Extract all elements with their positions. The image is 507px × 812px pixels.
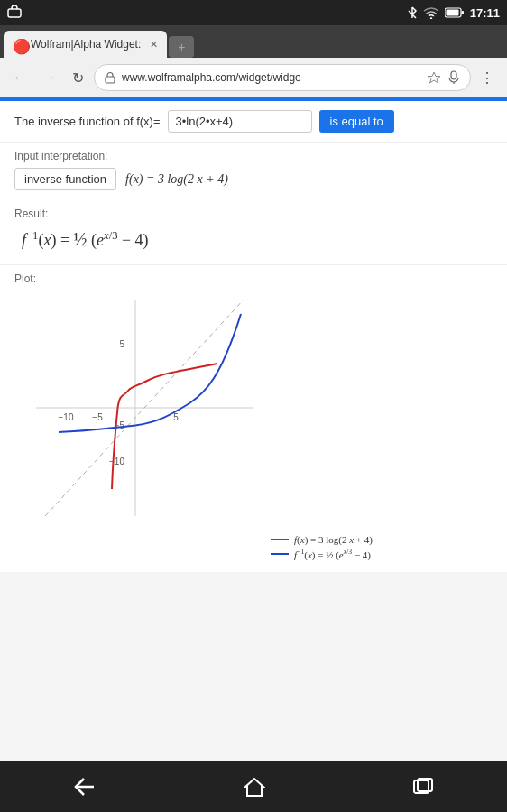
- status-bar: 17:11: [0, 0, 507, 25]
- function-input[interactable]: [168, 110, 312, 133]
- bottom-nav: [0, 761, 507, 812]
- legend-label-finv: f−1(x) = ½ (ex/3 − 4): [294, 548, 371, 560]
- tab-close-button[interactable]: ✕: [150, 39, 158, 51]
- svg-rect-7: [451, 71, 456, 79]
- result-label: Result:: [14, 208, 493, 220]
- back-nav-icon: [73, 777, 97, 797]
- svg-text:5: 5: [173, 412, 179, 422]
- wifi-icon: [423, 6, 439, 19]
- svg-text:−10: −10: [109, 457, 124, 466]
- tab-favicon: 🔴: [13, 38, 25, 51]
- nav-bar: ← → ↻ www.wolframalpha.com/widget/widge …: [0, 58, 507, 97]
- refresh-button[interactable]: ↻: [65, 65, 90, 90]
- result-section: Result: f−1(x) = ½ (ex/3 − 4): [0, 198, 507, 265]
- tab-bar: 🔴 Wolfram|Alpha Widget: ✕ +: [0, 25, 507, 58]
- input-label: The inverse function of f(x)=: [14, 115, 161, 128]
- plot-label: Plot:: [0, 272, 507, 291]
- svg-text:−10: −10: [59, 412, 74, 422]
- interpretation-formula: f(x) = 3 log(2 x + 4): [125, 172, 228, 187]
- input-section: The inverse function of f(x)= is equal t…: [0, 101, 507, 143]
- status-bar-right: 17:11: [407, 5, 500, 20]
- plot-section: Plot: −10 −5 5 5 −5 −10: [0, 265, 507, 572]
- clock: 17:11: [470, 6, 500, 20]
- status-bar-left: [7, 5, 22, 20]
- interpretation-section: Input interpretation: inverse function f…: [0, 143, 507, 198]
- recents-nav-icon: [412, 777, 434, 797]
- svg-marker-6: [428, 72, 440, 83]
- page-content: The inverse function of f(x)= is equal t…: [0, 101, 507, 572]
- plot-svg: −10 −5 5 5 −5 −10: [18, 291, 271, 525]
- menu-button[interactable]: ⋮: [475, 65, 500, 90]
- bluetooth-icon: [407, 5, 418, 20]
- legend-line-blue: [271, 553, 289, 555]
- svg-rect-3: [446, 10, 458, 16]
- back-button[interactable]: ←: [7, 65, 32, 90]
- tab-title: Wolfram|Alpha Widget:: [31, 38, 141, 51]
- interpretation-row: inverse function f(x) = 3 log(2 x + 4): [14, 168, 493, 190]
- legend-label-fx: f(x) = 3 log(2 x + 4): [294, 534, 373, 545]
- svg-rect-4: [461, 11, 464, 14]
- star-icon[interactable]: [427, 70, 441, 85]
- back-nav-button[interactable]: [73, 777, 97, 797]
- battery-icon: [445, 7, 465, 18]
- svg-marker-19: [245, 779, 263, 796]
- is-equal-button[interactable]: is equal to: [319, 110, 394, 133]
- svg-rect-0: [8, 9, 21, 17]
- result-formula: f−1(x) = ½ (ex/3 − 4): [14, 229, 493, 250]
- svg-point-1: [430, 17, 432, 19]
- home-nav-button[interactable]: [244, 777, 265, 797]
- plot-legend: f(x) = 3 log(2 x + 4) f−1(x) = ½ (ex/3 −…: [0, 525, 507, 572]
- interpretation-label: Input interpretation:: [14, 150, 493, 162]
- legend-item-finv: f−1(x) = ½ (ex/3 − 4): [271, 548, 489, 560]
- recents-nav-button[interactable]: [412, 777, 434, 797]
- legend-line-red: [271, 539, 289, 540]
- legend-item-fx: f(x) = 3 log(2 x + 4): [271, 534, 489, 545]
- svg-rect-5: [106, 77, 115, 83]
- svg-text:5: 5: [119, 339, 124, 349]
- svg-text:−5: −5: [92, 412, 103, 422]
- home-nav-icon: [244, 777, 265, 797]
- plot-area: −10 −5 5 5 −5 −10: [0, 291, 507, 525]
- lock-icon: [104, 71, 116, 84]
- notification-icon: [7, 5, 22, 20]
- active-tab[interactable]: 🔴 Wolfram|Alpha Widget: ✕: [4, 31, 167, 58]
- new-tab-button[interactable]: +: [169, 36, 194, 58]
- inverse-function-tag[interactable]: inverse function: [14, 168, 116, 190]
- mic-icon[interactable]: [447, 70, 461, 85]
- forward-button[interactable]: →: [36, 65, 61, 90]
- url-display: www.wolframalpha.com/widget/widge: [122, 71, 421, 84]
- address-bar[interactable]: www.wolframalpha.com/widget/widge: [94, 64, 471, 91]
